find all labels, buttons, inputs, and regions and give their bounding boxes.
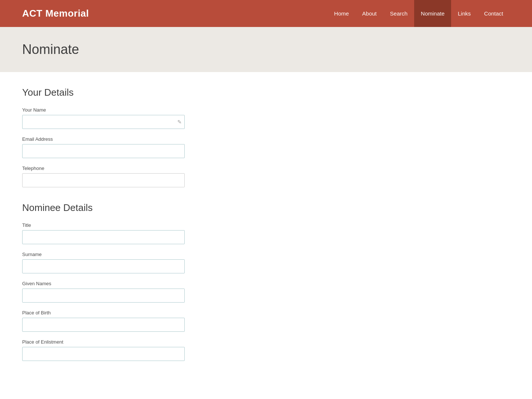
nav-search[interactable]: Search <box>383 0 415 27</box>
nominee-place-of-birth-label: Place of Birth <box>22 310 236 316</box>
nav-links[interactable]: Links <box>451 0 477 27</box>
page-banner: Nominate <box>0 27 532 72</box>
email-address-group: Email Address <box>22 136 236 158</box>
email-address-label: Email Address <box>22 136 236 142</box>
page-heading: Nominate <box>22 42 510 57</box>
nominee-place-of-enlistment-group: Place of Enlistment <box>22 339 236 361</box>
nominee-given-names-group: Given Names <box>22 281 236 303</box>
nominee-place-of-enlistment-input[interactable] <box>22 347 185 361</box>
site-header: ACT Memorial Home About Search Nominate … <box>0 0 532 27</box>
site-title: ACT Memorial <box>22 8 89 19</box>
your-name-input-wrapper: ✎ <box>22 115 185 129</box>
nominee-place-of-birth-input[interactable] <box>22 318 185 332</box>
your-name-input[interactable] <box>22 115 185 129</box>
nominee-place-of-birth-group: Place of Birth <box>22 310 236 332</box>
telephone-group: Telephone <box>22 166 236 187</box>
nominee-place-of-enlistment-label: Place of Enlistment <box>22 339 236 345</box>
nav-nominate[interactable]: Nominate <box>414 0 451 27</box>
email-address-input[interactable] <box>22 144 185 158</box>
your-name-group: Your Name ✎ <box>22 107 236 129</box>
nominee-title-label: Title <box>22 222 236 228</box>
nav-about[interactable]: About <box>355 0 383 27</box>
nav-home[interactable]: Home <box>327 0 355 27</box>
nominee-title-group: Title <box>22 222 236 244</box>
your-name-label: Your Name <box>22 107 236 113</box>
nominee-given-names-label: Given Names <box>22 281 236 286</box>
telephone-label: Telephone <box>22 166 236 171</box>
nav-contact[interactable]: Contact <box>477 0 510 27</box>
nominee-details-section: Nominee Details Title Surname Given Name… <box>22 202 236 361</box>
nominee-surname-group: Surname <box>22 252 236 273</box>
nominee-details-title: Nominee Details <box>22 202 236 214</box>
main-content: Your Details Your Name ✎ Email Address T… <box>0 72 259 398</box>
nominee-surname-input[interactable] <box>22 259 185 273</box>
telephone-input[interactable] <box>22 173 185 187</box>
main-nav: Home About Search Nominate Links Contact <box>327 0 510 27</box>
nominee-given-names-input[interactable] <box>22 289 185 303</box>
nominee-surname-label: Surname <box>22 252 236 257</box>
nominee-title-input[interactable] <box>22 230 185 244</box>
your-details-section: Your Details Your Name ✎ Email Address T… <box>22 87 236 187</box>
your-details-title: Your Details <box>22 87 236 98</box>
